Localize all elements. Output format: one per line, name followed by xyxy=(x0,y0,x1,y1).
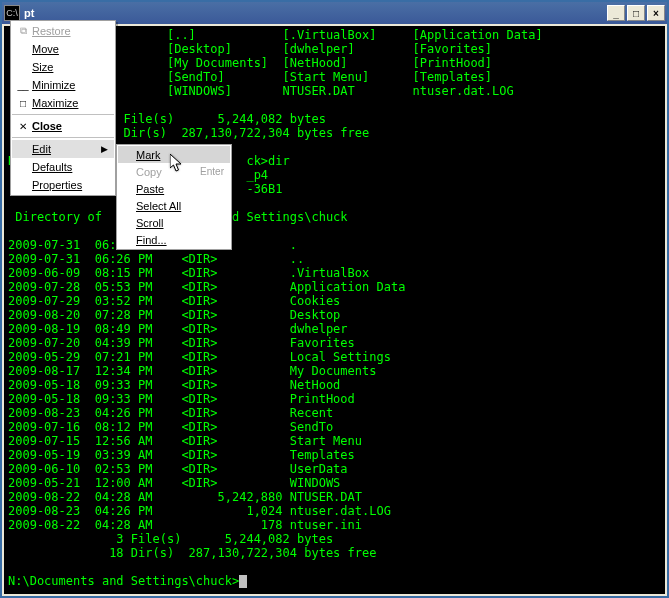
app-icon[interactable]: C:\ xyxy=(4,5,20,21)
maximize-button[interactable]: □ xyxy=(627,5,645,21)
menu-label: Move xyxy=(32,43,59,55)
term-line: 2009-05-21 12:00 AM <DIR> WINDOWS xyxy=(8,476,340,490)
menu-label: Find... xyxy=(136,234,167,246)
term-line: 2009-08-19 08:49 PM <DIR> dwhelper xyxy=(8,322,348,336)
term-line: 2009-07-15 12:56 AM <DIR> Start Menu xyxy=(8,434,362,448)
menu-separator xyxy=(12,114,114,115)
menu-label: Size xyxy=(32,61,53,73)
submenu-scroll[interactable]: Scroll xyxy=(118,214,230,231)
menu-properties[interactable]: Properties xyxy=(12,176,114,194)
term-prompt: N:\Documents and Settings\chuck> xyxy=(8,574,239,588)
term-line: 18 Dir(s) 287,130,722,304 bytes free xyxy=(8,546,376,560)
menu-label: Maximize xyxy=(32,97,78,109)
menu-edit[interactable]: Edit ▶ xyxy=(12,140,114,158)
minimize-button[interactable]: _ xyxy=(607,5,625,21)
term-line: 2009-08-22 04:28 AM 5,242,880 NTUSER.DAT xyxy=(8,490,362,504)
term-line: 2009-05-29 07:21 PM <DIR> Local Settings xyxy=(8,350,391,364)
text-cursor xyxy=(239,575,247,588)
menu-restore: ⧉ Restore xyxy=(12,22,114,40)
menu-label: Paste xyxy=(136,183,164,195)
menu-label: Close xyxy=(32,120,62,132)
menu-label: Select All xyxy=(136,200,181,212)
term-line: 2009-08-22 04:28 AM 178 ntuser.ini xyxy=(8,518,362,532)
term-line: 2009-07-20 04:39 PM <DIR> Favorites xyxy=(8,336,355,350)
system-menu: ⧉ Restore Move Size __ Minimize □ Maximi… xyxy=(10,20,116,196)
minimize-icon: __ xyxy=(14,80,32,91)
menu-minimize[interactable]: __ Minimize xyxy=(12,76,114,94)
window-title: pt xyxy=(24,7,607,19)
submenu-mark[interactable]: Mark xyxy=(118,146,230,163)
menu-label: Copy xyxy=(136,166,200,178)
term-line: 2009-07-29 03:52 PM <DIR> Cookies xyxy=(8,294,340,308)
menu-label: Mark xyxy=(136,149,160,161)
shortcut-label: Enter xyxy=(200,166,224,177)
term-line: 2009-08-20 07:28 PM <DIR> Desktop xyxy=(8,308,340,322)
submenu-find[interactable]: Find... xyxy=(118,231,230,248)
term-line: 2009-05-19 03:39 AM <DIR> Templates xyxy=(8,448,355,462)
submenu-select-all[interactable]: Select All xyxy=(118,197,230,214)
term-line: 3 File(s) 5,244,082 bytes xyxy=(8,532,333,546)
term-line: 2009-05-18 09:33 PM <DIR> PrintHood xyxy=(8,392,355,406)
menu-label: Properties xyxy=(32,179,82,191)
menu-close[interactable]: ✕ Close xyxy=(12,117,114,135)
close-button[interactable]: × xyxy=(647,5,665,21)
term-line: 2009-06-09 08:15 PM <DIR> .VirtualBox xyxy=(8,266,369,280)
close-icon: ✕ xyxy=(14,121,32,132)
maximize-icon: □ xyxy=(14,98,32,109)
restore-icon: ⧉ xyxy=(14,25,32,37)
submenu-paste[interactable]: Paste xyxy=(118,180,230,197)
menu-maximize[interactable]: □ Maximize xyxy=(12,94,114,112)
command-prompt-window: C:\ pt _ □ × [..] [.VirtualBox] [Applica… xyxy=(0,0,669,598)
term-line: 2009-07-28 05:53 PM <DIR> Application Da… xyxy=(8,280,405,294)
submenu-copy: Copy Enter xyxy=(118,163,230,180)
menu-label: Edit xyxy=(32,143,51,155)
menu-move[interactable]: Move xyxy=(12,40,114,58)
menu-defaults[interactable]: Defaults xyxy=(12,158,114,176)
edit-submenu: Mark Copy Enter Paste Select All Scroll … xyxy=(116,144,232,250)
term-line: 2009-07-31 06:26 PM <DIR> .. xyxy=(8,252,304,266)
menu-label: Restore xyxy=(32,25,71,37)
term-line: 2009-05-18 09:33 PM <DIR> NetHood xyxy=(8,378,340,392)
term-line: 2009-06-10 02:53 PM <DIR> UserData xyxy=(8,462,348,476)
term-line: 2009-08-17 12:34 PM <DIR> My Documents xyxy=(8,364,376,378)
menu-label: Minimize xyxy=(32,79,75,91)
menu-separator xyxy=(12,137,114,138)
term-line: 2009-08-23 04:26 PM 1,024 ntuser.dat.LOG xyxy=(8,504,391,518)
term-line: 2009-07-16 08:12 PM <DIR> SendTo xyxy=(8,420,333,434)
menu-label: Defaults xyxy=(32,161,72,173)
term-line: 2009-08-23 04:26 PM <DIR> Recent xyxy=(8,406,333,420)
chevron-right-icon: ▶ xyxy=(101,144,108,154)
menu-label: Scroll xyxy=(136,217,164,229)
menu-size[interactable]: Size xyxy=(12,58,114,76)
